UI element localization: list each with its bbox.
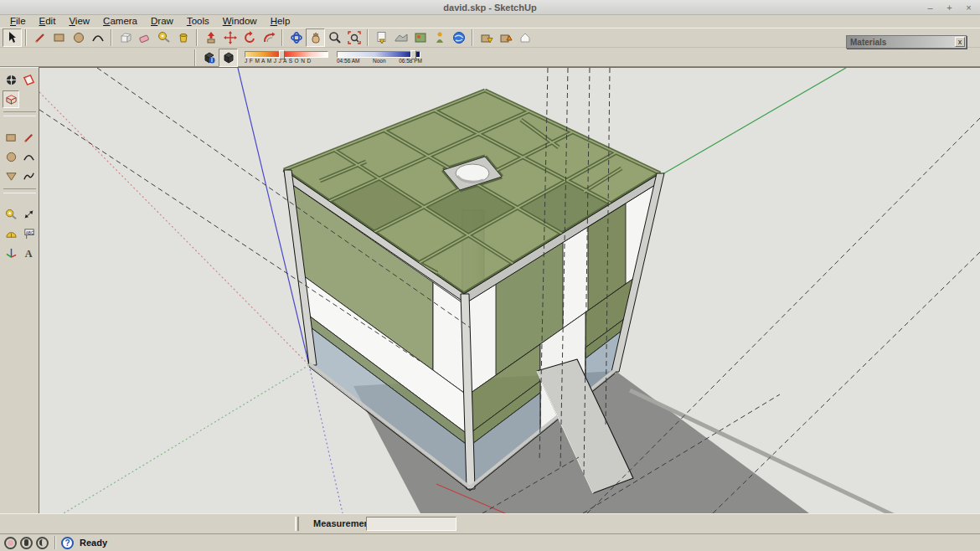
push-pull-button[interactable] xyxy=(201,28,220,47)
select-tool-button[interactable] xyxy=(3,28,22,47)
time-slider-track[interactable] xyxy=(337,51,420,58)
terrain-icon xyxy=(395,34,407,41)
minimize-button[interactable]: – xyxy=(924,2,936,13)
orbit-icon xyxy=(291,33,302,43)
menu-bar: File Edit View Camera Draw Tools Window … xyxy=(0,15,980,28)
palette-arc-button[interactable] xyxy=(20,148,37,166)
date-slider-track[interactable] xyxy=(245,51,328,58)
offset-arrow-icon xyxy=(265,33,276,43)
menu-tools[interactable]: Tools xyxy=(180,15,216,28)
circle-tool-button[interactable] xyxy=(69,28,88,47)
model-house-button[interactable] xyxy=(515,28,534,47)
shadow-box-icon xyxy=(224,53,233,63)
menu-edit[interactable]: Edit xyxy=(33,15,63,28)
page-download-icon xyxy=(378,33,385,44)
protractor-icon xyxy=(6,233,15,238)
shadow-date-slider[interactable]: J F M A M J J A S O N D xyxy=(245,51,330,64)
window-title: david.skp - SketchUp xyxy=(443,3,536,13)
balloon-icon[interactable] xyxy=(4,537,17,549)
toggle-shadows-button[interactable] xyxy=(219,49,238,67)
menu-view[interactable]: View xyxy=(62,15,96,28)
component-box-icon xyxy=(121,33,131,42)
menu-draw[interactable]: Draw xyxy=(144,15,180,28)
palette-polygon-button[interactable] xyxy=(3,167,19,185)
menu-file[interactable]: File xyxy=(3,15,33,28)
palette-rectangle-button[interactable] xyxy=(3,129,19,147)
maximize-button[interactable]: + xyxy=(943,2,956,13)
make-component-button[interactable] xyxy=(116,28,135,47)
zoom-tool-button[interactable] xyxy=(325,28,344,47)
svg-text:A: A xyxy=(24,248,32,260)
line-tool-button[interactable] xyxy=(30,28,49,47)
rotate-tool-button[interactable] xyxy=(240,28,259,47)
green-axis-dotted xyxy=(64,365,309,513)
title-bar[interactable]: david.skp - SketchUp – + × xyxy=(0,0,980,15)
materials-close-button[interactable]: x xyxy=(955,37,965,47)
section-cut-button[interactable] xyxy=(3,90,19,108)
pencil-icon xyxy=(23,135,31,142)
palette-tape-measure-button[interactable] xyxy=(3,206,19,224)
get-models-button[interactable] xyxy=(477,28,496,47)
3d-text-icon: A xyxy=(24,248,32,260)
viewport-canvas[interactable] xyxy=(39,67,980,513)
palette-freehand-button[interactable] xyxy=(20,167,37,185)
date-slider-labels: J F M A M J J A S O N D xyxy=(245,58,330,64)
zoom-extents-button[interactable] xyxy=(344,28,364,47)
tape-measure-icon xyxy=(158,33,169,43)
measurements-input[interactable] xyxy=(366,517,456,531)
push-pull-icon xyxy=(208,32,214,43)
magnifier-icon xyxy=(330,33,340,43)
status-bar: ? Ready xyxy=(0,533,980,551)
shadow-settings-button[interactable]: i xyxy=(199,49,219,67)
date-slider-thumb[interactable] xyxy=(279,50,285,59)
polygon-icon xyxy=(6,173,15,180)
add-location-button[interactable] xyxy=(372,28,391,47)
help-icon[interactable]: ? xyxy=(61,537,74,549)
arc-tool-button[interactable] xyxy=(88,28,107,47)
palette-text-button[interactable]: ABC xyxy=(20,225,37,243)
palette-protractor-button[interactable] xyxy=(3,225,19,243)
time-start-label: 04:56 AM xyxy=(337,58,359,64)
person-status-icon[interactable] xyxy=(20,537,33,549)
palette-axes-button[interactable] xyxy=(3,245,19,262)
section-plane-icon xyxy=(23,75,33,85)
palette-circle-button[interactable] xyxy=(3,148,19,166)
person-figure-button[interactable] xyxy=(430,28,449,47)
menu-window[interactable]: Window xyxy=(216,15,264,28)
toolbar-separator xyxy=(111,29,112,46)
palette-3d-text-button[interactable]: A xyxy=(20,245,37,262)
pan-tool-button[interactable] xyxy=(306,28,325,47)
compass-tool-button[interactable] xyxy=(3,71,19,89)
main-toolbar xyxy=(0,28,980,48)
menu-camera[interactable]: Camera xyxy=(96,15,144,28)
moon-icon[interactable] xyxy=(36,537,49,549)
close-button[interactable]: × xyxy=(962,2,975,13)
rectangle-tool-button[interactable] xyxy=(49,28,69,47)
paint-bucket-button[interactable] xyxy=(173,28,193,47)
move-tool-button[interactable] xyxy=(220,28,240,47)
google-earth-button[interactable] xyxy=(449,28,468,47)
share-model-button[interactable] xyxy=(496,28,515,47)
time-slider-thumb[interactable] xyxy=(410,50,416,59)
palette-line-button[interactable] xyxy=(20,129,37,147)
measurements-grip[interactable] xyxy=(295,517,299,531)
offset-tool-button[interactable] xyxy=(259,28,278,47)
materials-panel[interactable]: Materials x xyxy=(846,35,967,49)
photo-textures-button[interactable] xyxy=(410,28,430,47)
globe-icon xyxy=(453,33,464,44)
circle-icon xyxy=(7,152,15,161)
left-tool-palette: ABC A xyxy=(0,67,39,513)
eraser-icon xyxy=(139,35,149,43)
svg-text:ABC: ABC xyxy=(25,231,34,235)
menu-help[interactable]: Help xyxy=(264,15,297,28)
eraser-tool-button[interactable] xyxy=(135,28,154,47)
shadow-time-slider[interactable]: 04:56 AM Noon 06:58 PM xyxy=(337,51,422,64)
toggle-terrain-button[interactable] xyxy=(391,28,410,47)
orbit-tool-button[interactable] xyxy=(286,28,306,47)
toolbar-separator xyxy=(281,29,283,46)
palette-dimension-button[interactable] xyxy=(20,206,37,224)
rectangle-icon xyxy=(54,34,64,41)
section-plane-button[interactable] xyxy=(20,71,37,89)
freehand-icon xyxy=(23,173,33,180)
tape-measure-button[interactable] xyxy=(154,28,173,47)
